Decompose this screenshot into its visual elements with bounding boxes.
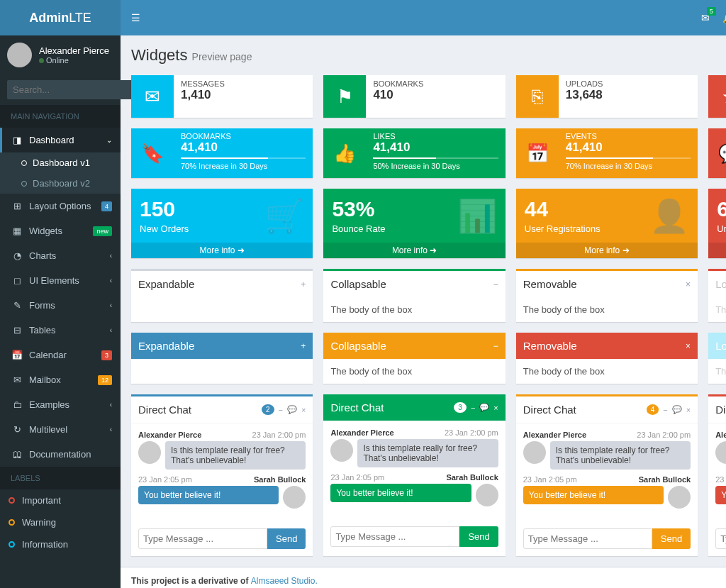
box-tool[interactable]: + [301, 341, 306, 351]
more-info-link[interactable]: More info ➜ [131, 243, 313, 258]
sidebar-item-charts[interactable]: ◔Charts‹ [0, 243, 121, 268]
logo[interactable]: AdminLTE [0, 0, 121, 35]
chat-badge: 4 [647, 404, 659, 415]
arrow-right-icon: ➜ [238, 245, 245, 255]
chat-message: You better believe it! [330, 484, 471, 502]
label-important[interactable]: Important [0, 489, 121, 511]
more-info-link[interactable]: More info ➜ [323, 243, 505, 258]
info-box-progress: 📅EVENTS41,41070% Increase in 30 Days [516, 128, 698, 178]
footer: This project is a derivative of Almsaeed… [121, 567, 726, 588]
avatar [330, 439, 353, 462]
chat-input[interactable] [330, 526, 459, 547]
sidebar-item-docs[interactable]: 🕮Documentation [0, 442, 121, 467]
box-tool[interactable]: − [493, 279, 498, 289]
sidebar-item-multilevel[interactable]: ↻Multilevel‹ [0, 417, 121, 442]
info-box-progress: 👍LIKES41,41050% Increase in 30 Days [323, 128, 505, 178]
nav-header: MAIN NAVIGATION [0, 105, 121, 128]
chat-input[interactable] [138, 528, 267, 549]
avatar [138, 441, 161, 464]
sidebar-item-dashboard-v2[interactable]: Dashboard v2 [0, 173, 121, 194]
sidebar-item-dashboard[interactable]: ◨Dashboard⌄ [0, 128, 121, 152]
info-box-label: UPLOADS [566, 79, 691, 88]
small-box: 150New Orders🛒More info ➜ [131, 189, 313, 258]
minus-icon[interactable]: − [279, 406, 283, 414]
label-warning[interactable]: Warning [0, 511, 121, 533]
sidebar-item-tables[interactable]: ⊟Tables‹ [0, 318, 121, 343]
page-title: Widgets Preview page [121, 35, 726, 75]
search-input[interactable] [7, 80, 138, 99]
comments-icon[interactable]: 💬 [479, 403, 489, 412]
close-icon[interactable]: × [686, 406, 691, 414]
info-box: ★LIKES93,139 [708, 75, 726, 118]
chat-input[interactable] [715, 528, 726, 549]
send-button[interactable]: Send [652, 528, 691, 549]
box-solid-collapsable: Collapsable−The body of the box [323, 333, 505, 384]
info-box-value: 410 [373, 88, 498, 102]
menu-toggle[interactable]: ☰ [131, 12, 140, 23]
more-info-link[interactable]: More info ➜ [516, 243, 698, 258]
label-information[interactable]: Information [0, 533, 121, 555]
close-icon[interactable]: × [301, 406, 306, 414]
avatar [715, 441, 726, 464]
box-solid-expandable: Expandable+ [131, 333, 313, 384]
chat-input[interactable] [523, 528, 652, 549]
small-box-icon: 📊 [457, 197, 497, 235]
sidebar-item-mailbox[interactable]: ✉Mailbox12 [0, 367, 121, 392]
footer-link[interactable]: Almsaeed Studio. [251, 576, 318, 586]
chat-message: You better believe it! [138, 486, 279, 504]
comments-icon[interactable]: 💬 [672, 405, 682, 414]
box-tool[interactable]: × [686, 279, 691, 289]
info-box-icon: 🔖 [131, 128, 174, 178]
info-box-label: BOOKMARKS [373, 79, 498, 88]
box-loading: Loading state×The body of the box⟳ [708, 269, 726, 322]
info-box: ⚑BOOKMARKS410 [323, 75, 505, 118]
direct-chat-box: Direct Chat4−💬× Alexander Pierce23 Jan 2… [516, 394, 698, 556]
user-status: Online [39, 56, 109, 65]
small-box-icon: 👤 [649, 197, 689, 235]
box-tool[interactable]: × [686, 341, 691, 351]
box-removable: Removable×The body of the box [516, 269, 698, 322]
small-box: 53%Bounce Rate📊More info ➜ [323, 189, 505, 258]
info-box-icon: 📅 [516, 128, 559, 178]
sidebar-item-forms[interactable]: ✎Forms‹ [0, 293, 121, 318]
send-button[interactable]: Send [459, 526, 498, 547]
avatar [476, 484, 498, 506]
sidebar-item-calendar[interactable]: 📅Calendar3 [0, 343, 121, 367]
sidebar-item-ui[interactable]: ◻UI Elements‹ [0, 268, 121, 293]
info-box-label: MESSAGES [181, 79, 306, 88]
mail-icon[interactable]: ✉5 [701, 12, 710, 23]
small-box-icon: 🛒 [264, 197, 304, 235]
sidebar-item-layout[interactable]: ⊞Layout Options4 [0, 194, 121, 218]
chat-message: Is this template really for free? That's… [357, 439, 498, 467]
labels-header: LABELS [0, 467, 121, 489]
avatar [7, 43, 32, 67]
send-button[interactable]: Send [267, 528, 306, 549]
sidebar-item-widgets[interactable]: ▦Widgetsnew [0, 218, 121, 243]
small-box: 65Unique Visitors◔More info ➜ [708, 189, 726, 258]
avatar [523, 441, 546, 464]
chat-message: You better believe it! [715, 486, 726, 504]
avatar [668, 486, 691, 509]
chat-message: Is this template really for free? That's… [165, 441, 306, 470]
close-icon[interactable]: × [493, 404, 498, 412]
sidebar-item-examples[interactable]: 🗀Examples‹ [0, 392, 121, 417]
comments-icon[interactable]: 💬 [287, 405, 297, 414]
chat-message: Is this template really for free? That's… [550, 441, 691, 470]
minus-icon[interactable]: − [471, 404, 475, 412]
info-box-icon: ★ [708, 75, 726, 118]
bell-icon[interactable]: 🔔5 [722, 12, 726, 23]
info-box-value: 13,648 [566, 88, 691, 102]
chat-badge: 2 [262, 404, 274, 415]
arrow-right-icon: ➜ [622, 245, 630, 255]
more-info-link[interactable]: More info ➜ [708, 243, 726, 258]
direct-chat-box: Direct Chat3−💬× Alexander Pierce23 Jan 2… [323, 394, 505, 556]
chat-badge: 3 [454, 402, 467, 413]
box-tool[interactable]: + [301, 279, 306, 289]
info-box-icon: 💬 [708, 128, 726, 178]
arrow-right-icon: ➜ [430, 245, 437, 255]
minus-icon[interactable]: − [663, 406, 667, 414]
loading-overlay: ⟳ [708, 271, 726, 322]
user-name: Alexander Pierce [39, 45, 109, 56]
sidebar-item-dashboard-v1[interactable]: Dashboard v1 [0, 152, 121, 173]
box-tool[interactable]: − [493, 341, 498, 351]
